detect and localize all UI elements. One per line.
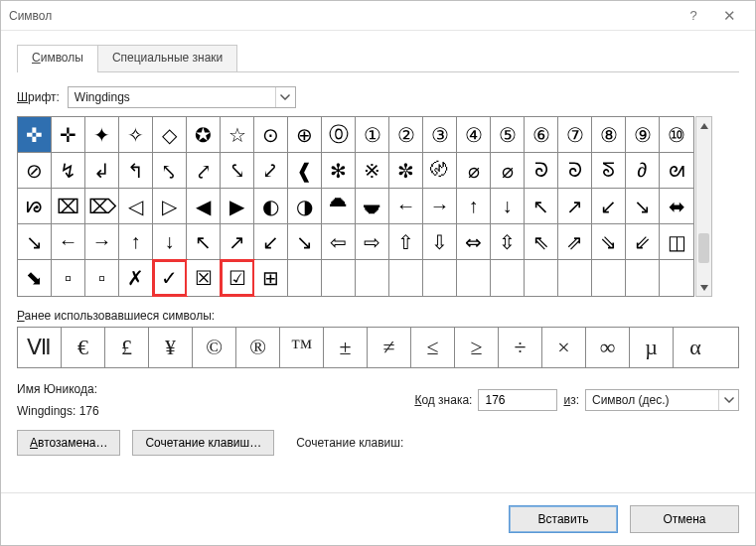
recent-symbol[interactable]: ∞: [586, 328, 630, 367]
symbol-cell[interactable]: [322, 260, 356, 296]
symbol-cell[interactable]: ⤣: [153, 153, 187, 189]
symbol-cell[interactable]: ↘: [18, 224, 52, 260]
recent-symbol[interactable]: ≥: [455, 328, 499, 367]
symbol-cell[interactable]: ◇: [153, 117, 187, 153]
symbol-cell[interactable]: [389, 260, 423, 296]
symbol-cell[interactable]: [356, 260, 389, 296]
symbol-cell[interactable]: [558, 260, 592, 296]
symbol-cell[interactable]: [491, 260, 525, 296]
symbol-cell[interactable]: ↰: [119, 153, 153, 189]
symbol-cell[interactable]: ☑: [221, 260, 254, 296]
symbol-cell[interactable]: ※: [356, 153, 389, 189]
symbol-cell[interactable]: ⇘: [592, 224, 626, 260]
symbol-cell[interactable]: ✓: [153, 260, 187, 296]
symbol-cell[interactable]: ⯊: [322, 189, 356, 224]
symbol-cell[interactable]: ⤥: [221, 153, 254, 189]
symbol-cell[interactable]: ←: [389, 189, 423, 224]
symbol-cell[interactable]: ⑧: [592, 117, 626, 153]
symbol-cell[interactable]: ⊙: [254, 117, 288, 153]
symbol-cell[interactable]: ↙: [592, 189, 626, 224]
symbol-cell[interactable]: ↗: [221, 224, 254, 260]
symbol-cell[interactable]: ✻: [322, 153, 356, 189]
scroll-track[interactable]: [696, 134, 711, 279]
scroll-up-icon[interactable]: [696, 117, 711, 134]
symbol-cell[interactable]: ←: [52, 224, 85, 260]
symbol-cell[interactable]: ↓: [491, 189, 525, 224]
symbol-cell[interactable]: ↘: [288, 224, 322, 260]
symbol-cell[interactable]: ◫: [660, 224, 693, 260]
symbol-cell[interactable]: ↙: [254, 224, 288, 260]
symbol-cell[interactable]: ⑥: [525, 117, 558, 153]
recent-symbol[interactable]: ≤: [411, 328, 455, 367]
recent-symbol[interactable]: α: [674, 328, 717, 367]
help-button[interactable]: ?: [676, 8, 711, 23]
tab-symbols[interactable]: Символы: [17, 45, 98, 72]
scroll-down-icon[interactable]: [696, 279, 711, 296]
recent-symbol[interactable]: ¥: [149, 328, 193, 367]
symbol-cell[interactable]: ◑: [288, 189, 322, 224]
symbol-cell[interactable]: ↗: [558, 189, 592, 224]
symbol-cell[interactable]: ▫: [85, 260, 119, 296]
symbol-cell[interactable]: ◁: [119, 189, 153, 224]
symbol-cell[interactable]: ⤦: [254, 153, 288, 189]
symbol-cell[interactable]: ⊕: [288, 117, 322, 153]
symbol-cell[interactable]: ⓪: [322, 117, 356, 153]
symbol-cell[interactable]: ⤤: [187, 153, 221, 189]
symbol-cell[interactable]: ④: [457, 117, 491, 153]
symbol-cell[interactable]: ⇗: [558, 224, 592, 260]
recent-symbol[interactable]: ≠: [368, 328, 411, 367]
cancel-button[interactable]: Отмена: [630, 505, 739, 533]
tab-special[interactable]: Специальные знаки: [98, 45, 237, 72]
symbol-cell[interactable]: ⇙: [626, 224, 660, 260]
symbol-cell[interactable]: ❰: [288, 153, 322, 189]
symbol-cell[interactable]: ✗: [119, 260, 153, 296]
symbol-cell[interactable]: ⬊: [18, 260, 52, 296]
symbol-cell[interactable]: ◀: [187, 189, 221, 224]
symbol-cell[interactable]: ✦: [85, 117, 119, 153]
symbol-cell[interactable]: ↯: [52, 153, 85, 189]
symbol-cell[interactable]: ⇦: [322, 224, 356, 260]
symbol-cell[interactable]: ⌀: [491, 153, 525, 189]
font-select[interactable]: Wingdings: [68, 86, 296, 108]
symbol-cell[interactable]: ∂: [626, 153, 660, 189]
recent-symbol[interactable]: €: [62, 328, 105, 367]
symbol-cell[interactable]: ☒: [187, 260, 221, 296]
symbol-cell[interactable]: [660, 260, 693, 296]
symbol-cell[interactable]: ✪: [187, 117, 221, 153]
symbol-cell[interactable]: ✛: [52, 117, 85, 153]
autocorrect-button[interactable]: Автозамена…: [17, 430, 120, 456]
recent-symbol[interactable]: ™: [280, 328, 324, 367]
symbol-cell[interactable]: ⌧: [52, 189, 85, 224]
close-button[interactable]: ✕: [711, 7, 747, 25]
recent-symbol[interactable]: £: [105, 328, 149, 367]
symbol-cell[interactable]: ☆: [221, 117, 254, 153]
shortcut-button[interactable]: Сочетание клавиш…: [132, 430, 274, 456]
symbol-cell[interactable]: ①: [356, 117, 389, 153]
symbol-cell[interactable]: →: [423, 189, 457, 224]
symbol-cell[interactable]: [288, 260, 322, 296]
recent-symbol[interactable]: ®: [236, 328, 280, 367]
symbol-cell[interactable]: ⊘: [18, 153, 52, 189]
symbol-cell[interactable]: ③: [423, 117, 457, 153]
symbol-cell[interactable]: ⇖: [525, 224, 558, 260]
symbol-cell[interactable]: ᘐ: [558, 153, 592, 189]
recent-symbol[interactable]: ÷: [499, 328, 542, 367]
symbol-cell[interactable]: ⇳: [491, 224, 525, 260]
symbol-cell[interactable]: ⑨: [626, 117, 660, 153]
symbol-cell[interactable]: 〄: [423, 153, 457, 189]
symbol-cell[interactable]: ᘕ: [592, 153, 626, 189]
recent-symbol[interactable]: ±: [324, 328, 368, 367]
symbol-cell[interactable]: ⇧: [389, 224, 423, 260]
symbol-cell[interactable]: ⇔: [457, 224, 491, 260]
symbol-cell[interactable]: [457, 260, 491, 296]
scroll-thumb[interactable]: [698, 233, 709, 263]
symbol-cell[interactable]: ↲: [85, 153, 119, 189]
symbol-cell[interactable]: ✼: [389, 153, 423, 189]
symbol-cell[interactable]: ↑: [119, 224, 153, 260]
symbol-cell[interactable]: ⑩: [660, 117, 693, 153]
symbol-cell[interactable]: ↑: [457, 189, 491, 224]
insert-button[interactable]: Вставить: [509, 505, 618, 533]
symbol-cell[interactable]: [626, 260, 660, 296]
symbol-cell[interactable]: [525, 260, 558, 296]
recent-symbol[interactable]: µ: [630, 328, 674, 367]
